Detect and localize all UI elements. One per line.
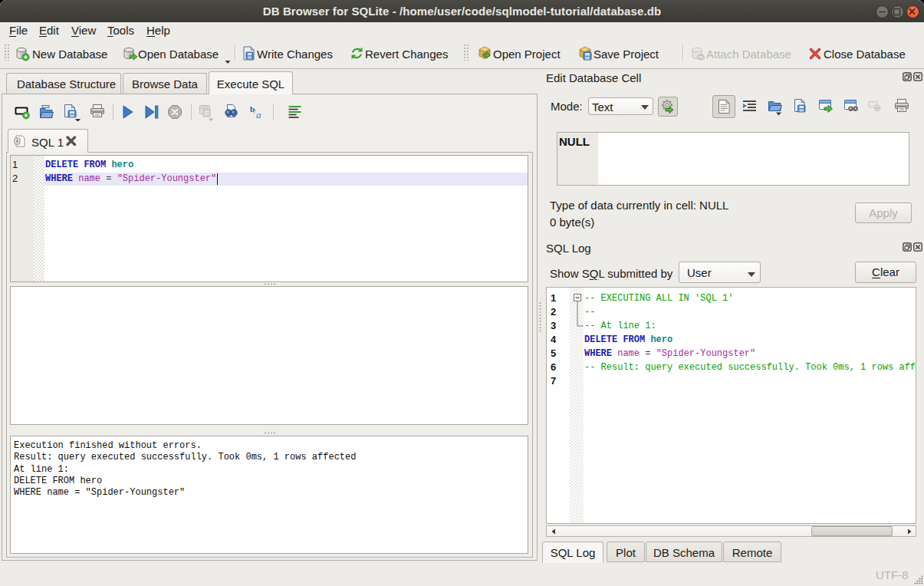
svg-text:a: a — [256, 109, 261, 120]
